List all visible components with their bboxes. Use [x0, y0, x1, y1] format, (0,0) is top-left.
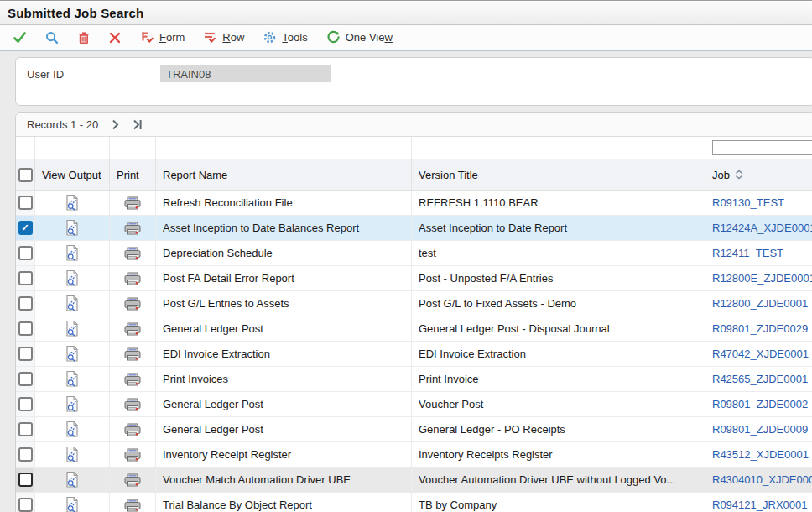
job-link[interactable]: R12800E_ZJDE0001	[712, 272, 812, 285]
job-link[interactable]: R42565_ZJDE0001	[712, 373, 808, 385]
row-select-cell	[16, 291, 35, 316]
job-link[interactable]: R09801_ZJDE0002	[712, 398, 808, 410]
job-filter-input[interactable]	[712, 140, 812, 155]
print-button[interactable]	[110, 417, 156, 441]
report-name-cell: Post FA Detail Error Report	[156, 266, 412, 290]
print-button[interactable]	[110, 468, 156, 492]
print-button[interactable]	[110, 367, 156, 391]
column-header-job[interactable]: Job	[705, 159, 812, 190]
view-output-button[interactable]	[35, 367, 110, 391]
ok-button[interactable]	[3, 27, 36, 49]
print-button[interactable]	[110, 266, 156, 290]
row-checkbox[interactable]	[18, 447, 33, 462]
view-output-button[interactable]	[35, 468, 110, 492]
view-output-icon	[64, 421, 81, 438]
table-row: Refresh Reconciliation File REFRESH 1.11…	[16, 191, 812, 216]
job-link[interactable]: R12424A_XJDE0001	[712, 222, 812, 234]
tools-menu-label: Tools	[282, 31, 307, 44]
print-button[interactable]	[110, 291, 156, 316]
view-output-icon	[64, 496, 81, 512]
view-output-button[interactable]	[35, 442, 110, 467]
view-output-icon	[64, 194, 81, 212]
view-output-button[interactable]	[35, 216, 110, 240]
job-link[interactable]: R12411_TEST	[712, 247, 783, 259]
tools-menu-button[interactable]: Tools	[253, 27, 316, 49]
print-button[interactable]	[110, 493, 156, 512]
row-checkbox[interactable]	[18, 246, 33, 260]
job-link[interactable]: R47042_XJDE0001	[712, 347, 809, 360]
column-header-version-title[interactable]: Version Title	[412, 159, 705, 190]
print-button[interactable]	[110, 442, 156, 467]
row-select-cell	[16, 266, 35, 290]
job-link-cell: R47042_XJDE0001	[705, 342, 812, 366]
job-link[interactable]: R09130_TEST	[712, 196, 784, 209]
row-select-cell	[16, 392, 35, 416]
view-output-button[interactable]	[35, 417, 110, 441]
row-select-cell	[16, 316, 35, 341]
next-page-button[interactable]	[111, 119, 120, 130]
form-exit-icon	[140, 31, 154, 44]
job-link[interactable]: R094121_JRX0001	[712, 499, 807, 511]
print-button[interactable]	[110, 191, 156, 215]
qbe-version-title-cell	[412, 137, 705, 159]
row-checkbox[interactable]	[18, 372, 33, 386]
job-link[interactable]: R4304010_XJDE0001	[712, 473, 812, 486]
version-title-cell: EDI Invoice Extraction	[412, 342, 705, 366]
last-page-button[interactable]	[133, 119, 143, 130]
row-checkbox[interactable]	[18, 321, 33, 336]
job-link-cell: R42565_ZJDE0001	[705, 367, 812, 391]
print-button[interactable]	[110, 342, 156, 366]
column-header-report-name[interactable]: Report Name	[156, 159, 412, 190]
column-header-view-output[interactable]: View Output	[35, 159, 110, 190]
version-title-cell: Voucher Automation Driver UBE without Lo…	[412, 468, 705, 492]
row-checkbox[interactable]	[18, 422, 33, 436]
find-button[interactable]	[36, 27, 68, 49]
view-output-button[interactable]	[35, 291, 110, 316]
view-output-button[interactable]	[35, 392, 110, 416]
form-menu-button[interactable]: Form	[131, 27, 194, 49]
job-link[interactable]: R09801_ZJDE0029	[712, 322, 808, 335]
delete-button[interactable]	[68, 27, 99, 49]
view-output-button[interactable]	[35, 266, 110, 290]
user-id-field[interactable]	[160, 65, 331, 82]
row-checkbox[interactable]	[18, 397, 33, 411]
trash-icon	[77, 31, 90, 44]
view-output-button[interactable]	[35, 241, 110, 265]
column-header-print[interactable]: Print	[110, 159, 156, 190]
view-output-button[interactable]	[35, 191, 110, 215]
job-link[interactable]: R43512_XJDE0001	[712, 448, 809, 461]
view-output-button[interactable]	[35, 493, 110, 512]
grid-header-row: View Output Print Report Name Version Ti…	[16, 159, 812, 191]
row-checkbox[interactable]	[18, 498, 33, 512]
grid-body: Refresh Reconciliation File REFRESH 1.11…	[16, 191, 812, 512]
row-checkbox[interactable]	[18, 221, 33, 235]
records-bar: Records 1 - 20	[16, 113, 812, 137]
print-button[interactable]	[110, 216, 156, 240]
job-link[interactable]: R12800_ZJDE0001	[712, 297, 808, 310]
row-checkbox[interactable]	[18, 347, 33, 361]
table-row: Trial Balance By Object Report TB by Com…	[16, 493, 812, 512]
sort-icon[interactable]	[734, 170, 744, 180]
print-button[interactable]	[110, 316, 156, 341]
qbe-job-cell	[705, 137, 812, 159]
one-view-menu-button[interactable]: One View	[317, 27, 402, 49]
job-link[interactable]: R09801_ZJDE0009	[712, 423, 808, 436]
table-row: Depreciation Schedule test R12411_TEST	[16, 241, 812, 266]
print-icon	[124, 196, 141, 210]
print-icon	[124, 222, 141, 235]
qbe-view-output-cell	[35, 137, 110, 159]
print-icon	[124, 347, 141, 361]
print-button[interactable]	[110, 392, 156, 416]
row-menu-button[interactable]: Row	[194, 27, 253, 49]
print-button[interactable]	[110, 241, 156, 265]
row-checkbox[interactable]	[18, 271, 33, 285]
row-checkbox[interactable]	[18, 473, 33, 487]
view-output-button[interactable]	[35, 342, 110, 366]
row-checkbox[interactable]	[18, 196, 33, 210]
print-icon	[124, 499, 141, 512]
view-output-button[interactable]	[35, 316, 110, 341]
row-select-cell	[16, 191, 35, 215]
select-all-checkbox[interactable]	[18, 168, 33, 182]
row-checkbox[interactable]	[18, 296, 33, 311]
close-button[interactable]	[99, 27, 131, 49]
